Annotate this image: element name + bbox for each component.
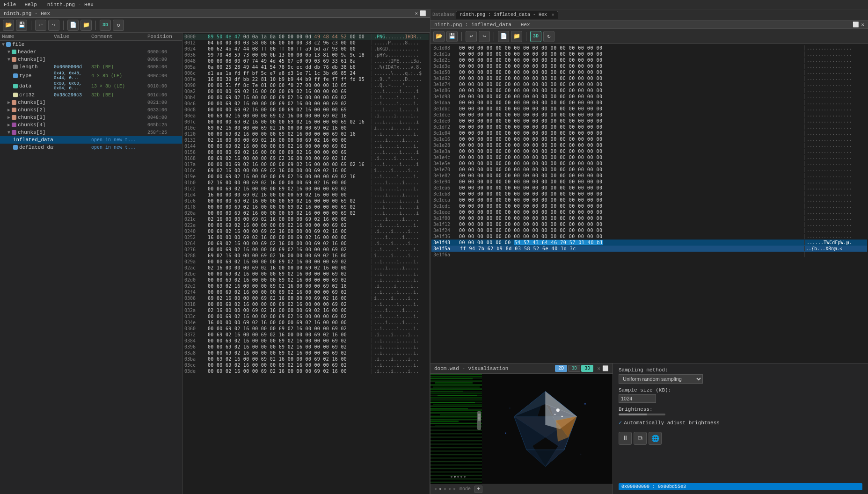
right-hex-row[interactable]: 3e1df200 00 00 00 00 00 00 00 00 00 00 0… <box>431 124 867 130</box>
3d-tab-2[interactable]: 3D <box>581 365 593 372</box>
hex-row[interactable]: 0240 00 69 02 16 00 00 69 02 16 00 00 00… <box>183 228 429 234</box>
sample-size-input[interactable] <box>619 394 656 403</box>
left-window-close[interactable]: ✕ <box>415 10 418 16</box>
tree-item-deflated-data[interactable]: deflated_data open in new t... <box>0 144 182 151</box>
right-hex-row[interactable]: 3e1f3600 00 00 00 00 00 00 00 00 00 00 0… <box>431 233 867 240</box>
right-open-folder-btn[interactable]: 📁 <box>511 31 522 42</box>
sampling-method-select[interactable]: Uniform random sampling <box>619 374 703 384</box>
tree-item-chunks3[interactable]: ▶ chunks[3] 0048:00 <box>0 114 182 121</box>
right-window-close[interactable]: ✕ <box>861 22 864 28</box>
tree-item-header[interactable]: ▼ header 0000:00 <box>0 48 182 56</box>
hex-row[interactable]: 010e 69 02 16 00 00 00 69 02 16 00 00 00… <box>183 125 429 131</box>
hex-row[interactable]: 0120 00 00 69 02 16 00 00 00 69 02 16 00… <box>183 131 429 137</box>
hex-row[interactable]: 0252 16 00 00 00 69 02 16 00 00 00 69 02… <box>183 234 429 240</box>
right-hex-row[interactable]: 3e1f6a <box>431 252 867 258</box>
right-hex-row[interactable]: 3e1eb800 00 00 00 00 00 00 00 00 00 00 0… <box>431 191 867 197</box>
3d-tab-1[interactable]: 3D <box>568 365 580 372</box>
open-file-btn[interactable]: 📄 <box>67 20 79 31</box>
right-tab-close[interactable]: ✕ <box>552 13 554 17</box>
right-hex-row[interactable]: 3e1dce00 00 00 00 00 00 00 00 00 00 00 0… <box>431 112 867 118</box>
hex-row[interactable]: 0048 00 00 08 00 07 74 49 4d 45 07 e0 09… <box>183 58 429 64</box>
hex-row[interactable]: 01c2 00 00 69 02 16 00 00 00 69 02 16 00… <box>183 186 429 192</box>
hex-row[interactable]: 03cc 00 00 69 02 16 00 00 00 69 02 16 00… <box>183 362 429 368</box>
hex-scroll-area[interactable]: 0000 89 50 4e 47 0d 0a 1a 0a 00 00 00 0d… <box>182 33 430 494</box>
right-hex-row-selected[interactable]: 3e1f4800 00 00 00 00 00 54 57 43 64 46 7… <box>431 240 867 246</box>
hex-row[interactable]: 005a 0a 00 25 28 49 44 41 54 78 9c ec dd… <box>183 64 429 70</box>
right-hex-row-selected-2[interactable]: 3e1f5aff 94 7b 62 b9 8d 03 58 52 6e 40 1… <box>431 246 867 252</box>
hex-row[interactable]: 0306 69 02 16 00 00 00 69 02 16 00 00 00… <box>183 295 429 301</box>
hex-row[interactable]: 033c 00 00 69 02 16 00 00 00 69 02 16 00… <box>183 313 429 320</box>
tree-item-chunks5[interactable]: ▼ chunks[5] 258f:25 <box>0 129 182 136</box>
right-hex-row[interactable]: 3e1d7400 00 00 00 00 00 00 00 00 00 00 0… <box>431 81 867 87</box>
3d-btn[interactable]: 3D <box>100 20 111 31</box>
menu-file[interactable]: File <box>2 2 18 7</box>
right-3d-btn[interactable]: 3D <box>530 31 541 42</box>
copy-btn[interactable]: ⧉ <box>634 432 647 445</box>
right-hex-row[interactable]: 3e1dbc00 00 00 00 00 00 00 00 00 00 00 0… <box>431 106 867 112</box>
right-hex-row[interactable]: 3e1e5e00 00 00 00 00 00 00 00 00 00 00 0… <box>431 160 867 167</box>
right-hex-row[interactable]: 3e1daa00 00 00 00 00 00 00 00 00 00 00 0… <box>431 100 867 106</box>
open-btn[interactable]: 📂 <box>3 20 14 31</box>
hex-row[interactable]: 02d0 00 00 69 02 16 00 00 00 69 02 16 00… <box>183 277 429 283</box>
right-hex-row[interactable]: 3e1d0800 00 00 00 00 00 00 00 00 00 00 0… <box>431 45 867 51</box>
right-open-btn[interactable]: 📂 <box>433 31 445 42</box>
hex-row[interactable]: 0012 04 b0 00 00 03 58 08 06 00 00 00 38… <box>183 40 429 46</box>
left-window-maximize[interactable]: ⬜ <box>420 10 426 16</box>
hex-row[interactable]: 03de 00 69 02 16 00 00 69 02 16 00 00 00… <box>183 368 429 374</box>
hex-row[interactable]: 0132 02 16 00 00 00 69 02 16 00 00 00 69… <box>183 137 429 143</box>
hex-row[interactable]: 01b0 02 16 00 00 00 69 02 16 00 00 00 69… <box>183 180 429 186</box>
hex-row[interactable]: 01e6 00 00 00 69 02 16 00 00 00 69 02 16… <box>183 198 429 204</box>
hex-row[interactable]: 00b4 00 00 69 02 16 00 00 00 69 02 16 00… <box>183 94 429 101</box>
vis-add-btn[interactable]: + <box>474 486 482 493</box>
hex-row[interactable]: 0156 00 00 00 69 02 16 00 00 00 69 02 16… <box>183 149 429 155</box>
hex-row[interactable]: 017a 00 00 00 69 02 16 00 00 00 69 02 16… <box>183 161 429 167</box>
right-hex-row[interactable]: 3e1d8600 00 00 00 00 00 00 00 00 00 00 0… <box>431 87 867 94</box>
tree-item-chunks2[interactable]: ▶ chunks[2] 0033:00 <box>0 106 182 114</box>
hex-row[interactable]: 0264 00 69 02 16 00 00 69 02 16 00 00 00… <box>183 240 429 247</box>
hex-row[interactable]: 0036 99 70 48 59 73 00 00 0b 13 00 00 0b… <box>183 52 429 58</box>
hex-row[interactable]: 007e 16 80 39 df bb 22 81 10 b9 b9 44 b9… <box>183 76 429 82</box>
save-btn[interactable]: 💾 <box>16 20 27 31</box>
refresh-btn[interactable]: ↻ <box>113 20 124 31</box>
right-hex-row[interactable]: 3e1d3e00 00 00 00 00 00 00 00 00 00 00 0… <box>431 63 867 69</box>
tree-item-data[interactable]: data 0x00, 0x00, 0x04, 0... 13 × 8b (LE)… <box>0 81 182 91</box>
forward-btn[interactable]: ↪ <box>48 20 59 31</box>
right-hex-row[interactable]: 3e1d1a00 00 00 00 00 00 00 00 00 00 00 0… <box>431 51 867 57</box>
hex-row[interactable]: 00c6 00 00 69 02 16 00 00 00 69 02 16 00… <box>183 101 429 107</box>
hex-row[interactable]: 03a8 00 00 69 02 16 00 00 00 69 02 16 00… <box>183 350 429 356</box>
right-hex-area[interactable]: 3e1d0800 00 00 00 00 00 00 00 00 00 00 0… <box>430 44 868 363</box>
3d-view[interactable] <box>482 374 613 484</box>
hex-row[interactable]: 034e 16 00 00 00 69 02 16 00 00 00 69 02… <box>183 320 429 326</box>
right-forward-btn[interactable]: ↪ <box>479 31 490 42</box>
pause-btn[interactable]: ⏸ <box>619 432 632 445</box>
hex-row[interactable]: 032a 02 16 00 00 00 69 02 16 00 00 00 69… <box>183 307 429 313</box>
right-open-file-btn[interactable]: 📄 <box>498 31 509 42</box>
hex-row[interactable]: 019e 00 00 69 02 16 00 00 00 69 02 16 00… <box>183 174 429 180</box>
hex-row[interactable]: 00a2 00 00 00 69 02 16 00 00 00 69 02 16… <box>183 88 429 94</box>
vis-close[interactable]: ✕ <box>597 365 600 371</box>
hex-row[interactable]: 0372 00 69 02 16 00 00 69 02 16 00 00 00… <box>183 332 429 338</box>
hex-row[interactable]: 0360 00 00 69 02 16 00 00 00 69 02 16 00… <box>183 326 429 332</box>
right-hex-row[interactable]: 3e1e1600 00 00 00 00 00 00 00 00 00 00 0… <box>431 136 867 142</box>
right-hex-row[interactable]: 3e1e9400 00 00 00 00 00 00 00 00 00 00 0… <box>431 179 867 185</box>
tree-area[interactable]: ▼ file ▼ <box>0 41 182 494</box>
right-save-btn[interactable]: 💾 <box>446 31 458 42</box>
hex-row[interactable]: 0318 00 00 69 02 16 00 00 00 69 02 16 00… <box>183 301 429 307</box>
right-refresh-btn[interactable]: ↻ <box>543 31 554 42</box>
tree-item-chunks0[interactable]: ▼ chunks[0] 0008:00 <box>0 56 182 63</box>
right-hex-row[interactable]: 3e1eca00 00 00 00 00 00 00 00 00 00 00 0… <box>431 197 867 203</box>
hex-row[interactable]: 01d4 16 00 00 00 69 02 16 00 00 00 69 02… <box>183 192 429 198</box>
right-hex-row[interactable]: 3e1d2c00 00 00 00 00 00 00 00 00 00 00 0… <box>431 57 867 63</box>
hex-row[interactable]: 006c d1 aa 1a fd ff bf 5c e7 a8 d3 1e 71… <box>183 70 429 76</box>
tree-item-type[interactable]: type 0x49, 0x48, 0x44, 0... 4 × 8b (LE) … <box>0 71 182 81</box>
vis-max[interactable]: ⬜ <box>602 365 609 371</box>
right-hex-row[interactable]: 3e1de000 00 00 00 00 00 00 00 00 00 00 0… <box>431 118 867 124</box>
tree-item-length[interactable]: length 0x0000000d 32b (BE) 0008:00 <box>0 63 182 71</box>
right-hex-row[interactable]: 3e1e2800 00 00 00 00 00 00 00 00 00 00 0… <box>431 142 867 148</box>
right-hex-row[interactable]: 3e1edc00 00 00 00 00 00 00 00 00 00 00 0… <box>431 203 867 209</box>
tree-item-chunks4[interactable]: ▶ chunks[4] 005b:25 <box>0 121 182 129</box>
right-hex-row[interactable]: 3e1e8200 00 00 00 00 00 00 00 00 00 00 0… <box>431 173 867 179</box>
brightness-slider[interactable] <box>619 414 665 415</box>
2d-tab[interactable]: 2D <box>555 365 567 372</box>
hex-row[interactable]: 02ac 02 16 00 00 00 69 02 16 00 00 00 69… <box>183 265 429 271</box>
